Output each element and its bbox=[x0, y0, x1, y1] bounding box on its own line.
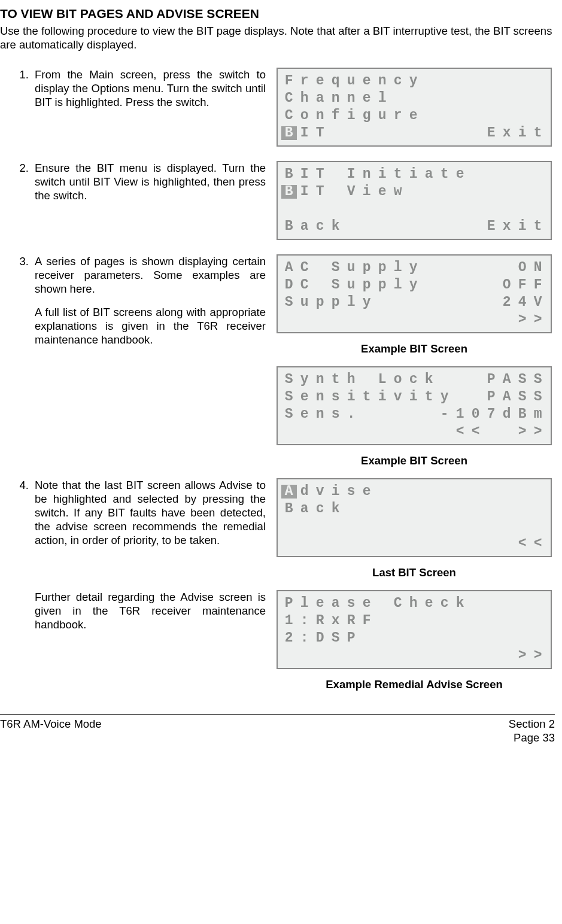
lcd-cell: B bbox=[281, 168, 297, 181]
lcd-screen-options: FrequencyChannelConfigureBITExit bbox=[277, 68, 552, 147]
lcd-row: Supply24V bbox=[281, 294, 547, 311]
lcd-row: BITExit bbox=[281, 124, 547, 142]
lcd-cell: T bbox=[312, 126, 328, 140]
caption-example-bit-2: Example BIT Screen bbox=[277, 454, 552, 467]
lcd-cell: d bbox=[297, 485, 312, 499]
lcd-cell: e bbox=[359, 597, 375, 610]
lcd-cell: x bbox=[499, 220, 515, 233]
lcd-cell: e bbox=[375, 185, 390, 199]
lcd-cell: y bbox=[297, 373, 312, 387]
lcd-cell: p bbox=[359, 261, 375, 275]
lcd-cell: c bbox=[390, 74, 406, 88]
lcd-cell: I bbox=[297, 168, 312, 181]
lcd-cell: e bbox=[421, 597, 437, 610]
lcd-row: << bbox=[281, 535, 547, 552]
lcd-row bbox=[281, 200, 547, 218]
lcd-cell: a bbox=[297, 502, 312, 516]
lcd-cell: s bbox=[328, 408, 344, 421]
lcd-cell: k bbox=[328, 220, 344, 233]
lcd-cell: k bbox=[452, 597, 468, 610]
lcd-cell: e bbox=[359, 74, 375, 88]
lcd-cell: S bbox=[328, 631, 344, 645]
lcd-row: >> bbox=[281, 647, 547, 664]
lcd-cell: r bbox=[297, 74, 312, 88]
lcd-cell: o bbox=[297, 109, 312, 123]
page-heading: TO VIEW BIT PAGES AND ADVISE SCREEN bbox=[0, 6, 555, 22]
lcd-cell: > bbox=[515, 649, 530, 662]
lcd-cell: P bbox=[484, 390, 499, 404]
lcd-cell: A bbox=[499, 373, 515, 387]
lcd-cell: a bbox=[312, 92, 328, 105]
footer-left: T6R AM-Voice Mode bbox=[0, 717, 102, 744]
lcd-cell: S bbox=[281, 373, 297, 387]
lcd-cell: . bbox=[344, 408, 359, 421]
lcd-cell: T bbox=[312, 185, 328, 199]
lcd-cell: p bbox=[312, 296, 328, 309]
lcd-cell: t bbox=[530, 126, 546, 140]
lcd-cell: C bbox=[297, 261, 312, 275]
step-3: 3. A series of pages is shown displaying… bbox=[12, 254, 555, 478]
lcd-cell: a bbox=[421, 168, 437, 181]
lcd-cell: e bbox=[359, 485, 375, 499]
lcd-cell: C bbox=[281, 109, 297, 123]
lcd-cell: 4 bbox=[515, 296, 530, 309]
lcd-cell: k bbox=[421, 373, 437, 387]
lcd-row: 2:DSP bbox=[281, 630, 547, 647]
lcd-cell: R bbox=[344, 614, 359, 628]
lcd-cell: u bbox=[375, 109, 390, 123]
lcd-cell: > bbox=[530, 313, 546, 327]
lcd-cell: e bbox=[297, 408, 312, 421]
lcd-cell: c bbox=[437, 597, 452, 610]
lcd-cell: p bbox=[375, 278, 390, 292]
lcd-cell: S bbox=[281, 408, 297, 421]
lcd-cell: o bbox=[390, 373, 406, 387]
lcd-cell: 2 bbox=[281, 631, 297, 645]
lcd-cell: i bbox=[344, 109, 359, 123]
steps-container: 1. From the Main screen, press the switc… bbox=[12, 68, 555, 703]
lcd-screen-bitmenu: BITInitiateBITViewBackExit bbox=[277, 161, 552, 240]
lcd-cell: B bbox=[515, 408, 530, 421]
lcd-cell: c bbox=[312, 502, 328, 516]
lcd-cell: P bbox=[281, 597, 297, 610]
lcd-row: ACSupplyON bbox=[281, 259, 547, 276]
lcd-cell: > bbox=[515, 425, 530, 439]
lcd-cell: l bbox=[390, 261, 406, 275]
lcd-cell: 7 bbox=[484, 408, 499, 421]
lcd-cell: h bbox=[406, 597, 421, 610]
lcd-row: SensitivityPASS bbox=[281, 388, 547, 406]
lcd-cell: c bbox=[406, 373, 421, 387]
step-4-continued: Further detail regarding the Advise scre… bbox=[12, 590, 555, 702]
lcd-cell: 1 bbox=[452, 408, 468, 421]
lcd-cell: t bbox=[359, 390, 375, 404]
lcd-cell: l bbox=[375, 92, 390, 105]
lcd-cell: r bbox=[390, 109, 406, 123]
lcd-cell: a bbox=[328, 597, 344, 610]
lcd-cell: < bbox=[530, 537, 546, 551]
step-text: A series of pages is shown displaying ce… bbox=[35, 254, 274, 347]
lcd-cell: i bbox=[406, 390, 421, 404]
lcd-cell: C bbox=[281, 92, 297, 105]
lcd-cell: a bbox=[297, 220, 312, 233]
lcd-cell: : bbox=[297, 614, 312, 628]
lcd-row: 1:RxRF bbox=[281, 612, 547, 630]
lcd-row: BackExit bbox=[281, 218, 547, 235]
step-text: Note that the last BIT screen allows Adv… bbox=[35, 478, 274, 548]
lcd-cell: S bbox=[281, 296, 297, 309]
lcd-cell: L bbox=[375, 373, 390, 387]
lcd-cell: i bbox=[328, 485, 344, 499]
lcd-cell: E bbox=[484, 220, 499, 233]
lcd-row: Channel bbox=[281, 90, 547, 107]
lcd-cell: F bbox=[359, 614, 375, 628]
lcd-cell: n bbox=[312, 390, 328, 404]
lcd-cell: w bbox=[390, 185, 406, 199]
lcd-cell: 2 bbox=[499, 296, 515, 309]
lcd-screen-advise: AdviseBack<< bbox=[277, 478, 552, 557]
lcd-cell: B bbox=[281, 185, 297, 199]
lcd-cell: t bbox=[421, 390, 437, 404]
page-footer: T6R AM-Voice Mode Section 2 Page 33 bbox=[0, 717, 555, 750]
caption-last-bit: Last BIT Screen bbox=[277, 566, 552, 579]
step-number: 2. bbox=[12, 161, 35, 175]
step-text: From the Main screen, press the switch t… bbox=[35, 68, 274, 109]
lcd-row: Advise bbox=[281, 483, 547, 500]
footer-rule bbox=[0, 714, 555, 715]
